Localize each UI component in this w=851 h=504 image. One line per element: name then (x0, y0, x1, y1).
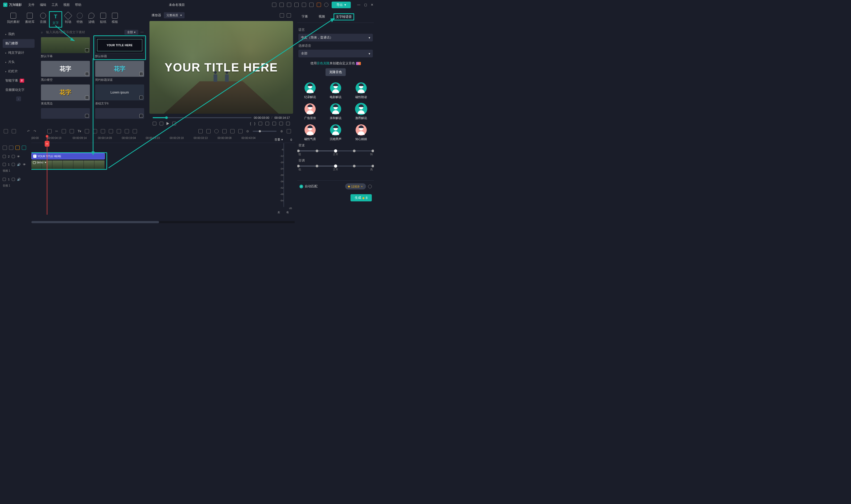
download-icon[interactable] (139, 114, 143, 118)
progress-knob[interactable] (165, 116, 168, 119)
voice-filter-select[interactable]: 全部▾ (298, 50, 373, 57)
tab-audio[interactable]: 音频 (37, 11, 49, 28)
tab-video[interactable]: 视频 (316, 13, 327, 20)
quality-select[interactable]: 完整画质▾ (164, 12, 185, 18)
credits-badge[interactable]: ◆11919＋ (345, 183, 366, 190)
add-track-icon[interactable] (3, 146, 7, 150)
tab-text[interactable]: T文字 (49, 11, 62, 28)
voice-movie[interactable]: 电影解说 (324, 83, 347, 99)
timeline-content[interactable]: |00:00 00:00:04:19 00:00:09:14 00:00:14:… (31, 135, 295, 215)
play-icon[interactable] (167, 122, 169, 125)
voice-documentary[interactable]: 纪录解说 (298, 83, 322, 99)
lock-icon[interactable] (12, 163, 15, 166)
headphones-icon[interactable] (302, 3, 306, 7)
link2-icon[interactable] (125, 129, 129, 133)
asset-default-subtitle[interactable]: 默认字幕 (41, 37, 90, 58)
fullscreen-icon[interactable] (286, 122, 290, 125)
download-icon[interactable] (139, 96, 143, 100)
speed-knob[interactable] (316, 149, 318, 152)
tab-my-assets[interactable]: 我的素材 (4, 11, 22, 28)
tab-transition[interactable]: 转场 (62, 11, 74, 28)
voice-calm-male[interactable]: 沉稳男声 (324, 124, 347, 141)
undo-icon[interactable]: ↶ (27, 129, 30, 133)
marker-icon[interactable] (259, 122, 262, 125)
sidebar-item-audio-text[interactable]: 音频驱动文字 (3, 86, 35, 94)
download-icon[interactable] (139, 72, 143, 76)
timeline-scrollbar[interactable] (31, 221, 295, 223)
zoom-in-icon[interactable]: ⊕ (280, 129, 283, 133)
speed-slider[interactable] (298, 150, 373, 151)
track-opt2-icon[interactable] (15, 146, 20, 150)
layout-icon[interactable] (272, 3, 276, 7)
progress-track[interactable] (153, 117, 251, 118)
track-opt3-icon[interactable] (22, 146, 26, 150)
download-icon[interactable] (85, 72, 89, 76)
voice-magnetic-temp[interactable]: 磁性气质 (298, 124, 322, 141)
maximize-icon[interactable]: ▢ (364, 3, 367, 7)
timer-icon[interactable] (109, 129, 113, 133)
keyframe-icon[interactable] (117, 129, 121, 133)
playhead[interactable] (47, 135, 47, 215)
magnet-icon[interactable] (238, 129, 243, 133)
text-track-header[interactable]: 2 👁 (3, 152, 29, 161)
brace-close-icon[interactable]: } (254, 122, 255, 125)
speaker-icon[interactable] (279, 122, 283, 125)
voice-sister[interactable]: 知心姐姐 (349, 124, 373, 141)
marker2-icon[interactable] (222, 129, 227, 133)
more-icon[interactable]: ⋯ (140, 30, 144, 34)
group-icon[interactable] (85, 129, 89, 133)
tab-filters[interactable]: 滤镜 (86, 11, 97, 28)
close-icon[interactable]: ✕ (371, 3, 374, 7)
prev-frame-icon[interactable] (153, 122, 156, 125)
sidebar-item-smart-captions[interactable]: 智能字幕新 (3, 76, 35, 85)
mixer-icon[interactable] (198, 129, 203, 133)
voice-magnetic-read[interactable]: 磁性朗读 (349, 83, 373, 99)
asset-blank-1[interactable] (41, 108, 90, 119)
voice-friendly[interactable]: 亲和解说 (324, 103, 347, 120)
crop-icon[interactable] (62, 129, 66, 133)
asset-basic-6[interactable]: Lorem ipsum 基础文字6 (95, 85, 144, 106)
asset-blank-2[interactable] (95, 108, 144, 119)
layout-tool-icon[interactable] (4, 129, 8, 133)
magic-icon[interactable] (70, 129, 74, 133)
lang-select[interactable]: 中文（简体，普通话）▾ (298, 34, 373, 41)
asset-default-title[interactable]: YOUR TITLE HERE 默认标题 (93, 35, 146, 60)
auto-match-toggle[interactable]: 自动匹配 (299, 184, 317, 188)
mask-icon[interactable] (133, 129, 137, 133)
sound-icon[interactable]: 🔊 (17, 178, 21, 181)
clone-button[interactable]: 克隆音色 (326, 68, 346, 76)
minimize-icon[interactable]: — (357, 3, 360, 7)
display-icon[interactable] (265, 122, 269, 125)
speed-icon[interactable] (93, 129, 97, 133)
download-icon[interactable] (85, 96, 89, 100)
sidebar-item-openers[interactable]: ▸片头 (3, 58, 35, 67)
step-play-icon[interactable] (160, 122, 163, 125)
menu-help[interactable]: 帮助 (75, 3, 81, 7)
tab-subtitle[interactable]: 字幕 (299, 13, 310, 20)
refresh-icon[interactable] (368, 185, 372, 188)
video-track-header[interactable]: 1 🔊 👁 (3, 161, 29, 168)
asset-filter[interactable]: 全部▾ (124, 30, 138, 35)
asset-simple-darkblue[interactable]: 花字 简约标题深蓝 (95, 61, 144, 82)
mic-icon[interactable] (214, 129, 219, 133)
tab-stickers[interactable]: 贴纸 (97, 11, 109, 28)
sidebar-item-hot[interactable]: 热门推荐 (3, 39, 35, 48)
snapshot-icon[interactable] (272, 122, 276, 125)
video-clip[interactable]: demo✦ (31, 161, 105, 169)
snap-icon[interactable] (230, 129, 235, 133)
stop-icon[interactable] (172, 122, 176, 125)
clone-link[interactable]: 音色克隆 (317, 61, 330, 65)
menu-edit[interactable]: 编辑 (40, 3, 46, 7)
voice-ad[interactable]: 广告宣传 (298, 103, 322, 120)
delete-icon[interactable] (47, 129, 52, 133)
sidebar-pager-prev[interactable]: ‹ (16, 96, 21, 101)
gallery-icon[interactable] (287, 13, 291, 18)
zoom-icon[interactable] (206, 129, 211, 133)
grid-icon[interactable] (309, 3, 314, 7)
preview-viewport[interactable]: YOUR TITLE HERE (150, 21, 293, 114)
lock-icon[interactable] (12, 155, 15, 158)
brace-open-icon[interactable]: { (250, 122, 251, 125)
scrollbar-thumb[interactable] (31, 221, 159, 223)
tab-templates[interactable]: 模板 (109, 11, 121, 28)
tab-tts[interactable]: 文字转语音 (333, 13, 354, 20)
